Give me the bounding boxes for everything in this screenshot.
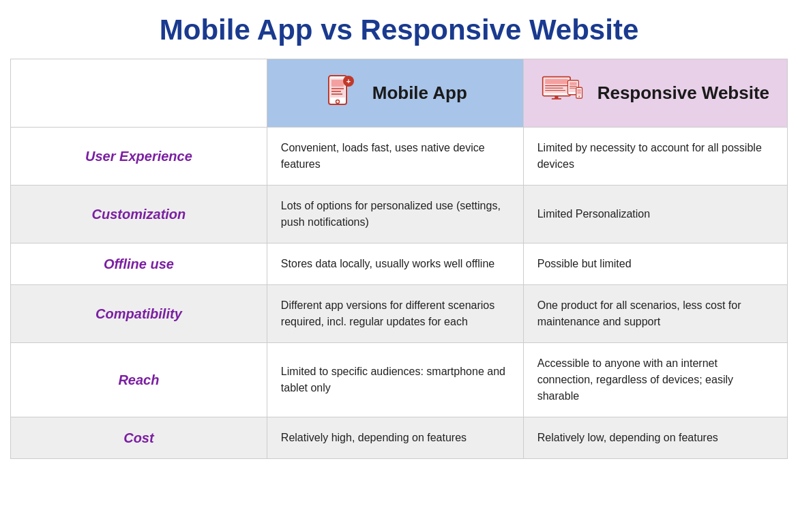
header-row: + Mobile App [11,59,788,128]
mobile-app-cell: Different app versions for different sce… [267,285,523,343]
category-cell: Offline use [11,243,267,285]
header-empty-cell [11,59,267,128]
svg-text:+: + [346,77,351,85]
svg-rect-19 [570,82,577,85]
category-cell: User Experience [11,128,267,186]
table-row: Compatibility Different app versions for… [11,285,788,343]
table-row: Customization Lots of options for person… [11,186,788,243]
responsive-website-cell: Relatively low, depending on features [523,417,787,459]
svg-rect-2 [331,80,344,87]
responsive-header-inner: Responsive Website [524,66,787,121]
mobile-app-icon: + [323,73,364,114]
mobile-app-header-inner: + Mobile App [267,66,523,121]
svg-rect-24 [577,89,580,91]
page-title: Mobile App vs Responsive Website [10,14,788,46]
page-container: Mobile App vs Responsive Website [10,14,788,459]
table-body: User Experience Convenient, loads fast, … [11,128,788,459]
mobile-app-cell: Lots of options for personalized use (se… [267,186,523,243]
responsive-website-cell: Limited by necessity to account for all … [523,128,787,186]
category-cell: Compatibility [11,285,267,343]
svg-rect-13 [545,79,567,84]
svg-rect-12 [552,98,561,100]
responsive-website-icon [542,73,589,114]
mobile-app-cell: Relatively high, depending on features [267,417,523,459]
table-row: Cost Relatively high, depending on featu… [11,417,788,459]
mobile-app-cell: Convenient, loads fast, uses native devi… [267,128,523,186]
table-row: Reach Limited to specific audiences: sma… [11,343,788,417]
comparison-table: + Mobile App [10,59,788,459]
table-row: Offline use Stores data locally, usually… [11,243,788,285]
responsive-website-cell: One product for all scenarios, less cost… [523,285,787,343]
category-cell: Customization [11,186,267,243]
svg-point-26 [578,95,580,97]
header-responsive-cell: Responsive Website [523,59,787,128]
mobile-app-cell: Stores data locally, usually works well … [267,243,523,285]
responsive-website-cell: Limited Personalization [523,186,787,243]
mobile-app-cell: Limited to specific audiences: smartphon… [267,343,523,417]
responsive-website-cell: Possible but limited [523,243,787,285]
header-mobile-app-cell: + Mobile App [267,59,523,128]
category-cell: Cost [11,417,267,459]
category-cell: Reach [11,343,267,417]
table-row: User Experience Convenient, loads fast, … [11,128,788,186]
responsive-header-label: Responsive Website [597,83,769,104]
mobile-app-header-label: Mobile App [372,83,467,104]
responsive-website-cell: Accessible to anyone with an internet co… [523,343,787,417]
